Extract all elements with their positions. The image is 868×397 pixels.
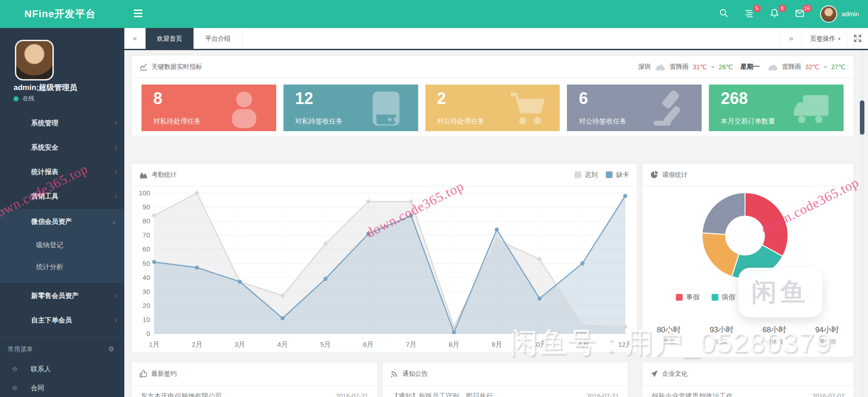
panel-title: 企业文化 — [662, 370, 688, 378]
svg-text:10: 10 — [142, 316, 150, 323]
mail-icon[interactable]: 16 — [795, 8, 807, 20]
weather-temp-high: 32℃ — [805, 63, 819, 71]
sidebar-subitem-stat-analysis[interactable]: 统计分析 — [0, 256, 124, 278]
sidebar-item-system-manage[interactable]: 系统管理› — [0, 111, 124, 135]
stat-cards-row: 8 对私待处理任务 12 对私待签收任务 2 对公待处理任务 — [142, 85, 844, 131]
svg-text:4月: 4月 — [278, 340, 288, 348]
list-item[interactable]: 东方本庆电信服饰有限公司 2016-07-21 — [132, 386, 377, 397]
list-item[interactable]: 【通知】新版员工守则，即日执行 2016-07-21 — [382, 386, 628, 397]
stat-card-public-pending[interactable]: 2 对公待处理任务 — [425, 85, 560, 131]
stat-card-monthly-orders[interactable]: 268 本月交易订单数量 — [709, 85, 844, 131]
quick-menu-title: 常用菜单 ⚙ — [0, 338, 124, 359]
svg-text:70: 70 — [142, 231, 150, 239]
tabs-scroll-right-button[interactable]: » — [780, 28, 802, 49]
bell-icon[interactable]: 8 — [769, 8, 781, 20]
leave-stat: 80小时事假 — [642, 325, 695, 346]
pie-chart-icon — [651, 171, 658, 179]
panel-notices: 通知公告 【通知】新版员工守则，即日执行 2016-07-21 — [382, 362, 628, 397]
svg-text:40: 40 — [142, 274, 150, 281]
harddrive-icon — [367, 89, 406, 128]
sidebar-item-report[interactable]: 统计报表› — [0, 160, 124, 184]
quick-item-contract[interactable]: ☆合同 — [0, 378, 124, 397]
legend-item-public-holiday[interactable]: 公休假 — [747, 293, 778, 302]
sidebar-group-wechat-assets: 微信会员资产⌄ 吸纳登记 统计分析 — [0, 208, 124, 284]
panel-key-indicators: 关键数据实时指标 深圳 雷阵雨 31℃ ~ 26℃ 星期一 雷阵雨 32℃ ~ … — [131, 55, 854, 137]
tab-operations-dropdown[interactable]: 页签操作 ▾ — [802, 28, 847, 49]
sidebar-subitem-absorb-register[interactable]: 吸纳登记 — [0, 234, 124, 256]
sidebar-item-system-security[interactable]: 系统安全› — [0, 135, 124, 160]
stat-card-public-sign[interactable]: 6 对公待签收任务 — [567, 85, 702, 131]
caret-down-icon: ▾ — [838, 36, 840, 41]
legend-item-missing-card[interactable]: 缺卡 — [606, 171, 629, 179]
thumbs-up-icon — [140, 370, 147, 378]
legend-item-comp-leave[interactable]: 调休假 — [790, 293, 821, 302]
username-label: admin — [842, 10, 859, 18]
stat-card-private-sign[interactable]: 12 对私待签收任务 — [283, 85, 418, 131]
attendance-legend: 迟到 缺卡 — [575, 171, 629, 179]
sidebar-profile: admin;超级管理员 在线 — [0, 28, 124, 111]
profile-name: admin;超级管理员 — [14, 82, 77, 93]
thunderstorm-icon — [655, 63, 665, 71]
legend-item-personal-leave[interactable]: 事假 — [676, 293, 700, 302]
search-icon[interactable] — [719, 8, 731, 20]
tasks-icon[interactable]: 5 — [744, 8, 756, 20]
panel-company-culture: 企业文化 创新企业党建思想政治工作 2016-07-02 — [642, 362, 854, 397]
svg-text:90: 90 — [142, 203, 150, 211]
svg-text:50: 50 — [142, 260, 150, 267]
svg-text:10月: 10月 — [533, 340, 547, 348]
chevron-right-icon: › — [115, 308, 117, 332]
svg-text:1月: 1月 — [149, 340, 159, 348]
panel-attendance-stats: 考勤统计 迟到 缺卡 01020304050607080901001月2月3月4… — [131, 163, 637, 353]
leave-legend: 事假 病假 公休假 调休假 — [642, 293, 854, 302]
weather-city: 深圳 — [638, 63, 651, 71]
weather-temp-low: 27℃ — [831, 63, 845, 71]
tasks-badge: 5 — [753, 5, 761, 12]
app-title: NFine开发平台 — [24, 0, 96, 28]
panel-title: 最新签约 — [151, 370, 177, 378]
stat-card-private-pending[interactable]: 8 对私待处理任务 — [142, 85, 276, 131]
user-menu[interactable]: admin — [820, 5, 859, 23]
rss-icon — [391, 370, 398, 378]
leave-stat: 93小时病假 — [695, 325, 748, 346]
bell-badge: 8 — [778, 5, 786, 12]
paper-plane-icon — [651, 370, 658, 378]
svg-text:0: 0 — [146, 330, 150, 337]
tab-platform-intro[interactable]: 平台介绍 — [194, 28, 242, 49]
tabs-scroll-left-button[interactable]: « — [124, 28, 146, 49]
list-item[interactable]: 创新企业党建思想政治工作 2016-07-02 — [642, 386, 854, 397]
weather-desc: 雷阵雨 — [782, 63, 801, 71]
svg-text:6月: 6月 — [363, 340, 373, 348]
chevron-right-icon: › — [115, 184, 117, 208]
gear-icon[interactable]: ⚙ — [108, 338, 114, 360]
legend-item-sick-leave[interactable]: 病假 — [712, 293, 736, 302]
tab-welcome[interactable]: 欢迎首页 — [146, 28, 194, 49]
panel-title: 请假统计 — [662, 171, 688, 179]
scrollbar-thumb[interactable] — [860, 100, 864, 135]
main-content: 关键数据实时指标 深圳 雷阵雨 31℃ ~ 26℃ 星期一 雷阵雨 32℃ ~ … — [124, 50, 868, 397]
panel-latest-signings: 最新签约 东方本庆电信服饰有限公司 2016-07-21 — [131, 362, 377, 397]
cart-icon — [508, 89, 547, 128]
sidebar-nav: 系统管理› 系统安全› 统计报表› 营销工具› 微信会员资产⌄ 吸纳登记 统计分… — [0, 111, 124, 397]
sidebar-item-self-order[interactable]: 自主下单会员› — [0, 308, 124, 332]
chevron-right-icon: › — [115, 284, 117, 308]
leave-stat: 68小时公休假 — [748, 325, 801, 346]
chevron-right-icon: › — [115, 135, 117, 160]
sidebar-item-marketing[interactable]: 营销工具› — [0, 184, 124, 208]
legend-item-late[interactable]: 迟到 — [575, 171, 598, 179]
panel-title: 关键数据实时指标 — [151, 63, 202, 71]
panel-title: 考勤统计 — [151, 171, 177, 179]
sidebar-item-new-retail[interactable]: 新零售会员资产› — [0, 284, 124, 308]
truck-icon — [792, 89, 831, 128]
sidebar-item-wechat-assets[interactable]: 微信会员资产⌄ — [0, 209, 124, 234]
svg-text:100: 100 — [139, 189, 150, 197]
chevron-down-icon: ⌄ — [111, 209, 117, 234]
avatar — [820, 5, 837, 23]
app-header: NFine开发平台 5 8 16 admin — [0, 0, 868, 28]
svg-text:5月: 5月 — [320, 340, 330, 348]
svg-text:3月: 3月 — [235, 340, 245, 348]
quick-item-contacts[interactable]: ☆联系人 — [0, 359, 124, 378]
hamburger-menu-icon[interactable] — [134, 9, 144, 19]
fullscreen-icon[interactable] — [847, 28, 868, 49]
tabbar: « 欢迎首页 平台介绍 » 页签操作 ▾ — [124, 28, 868, 50]
star-icon: ☆ — [12, 378, 18, 397]
